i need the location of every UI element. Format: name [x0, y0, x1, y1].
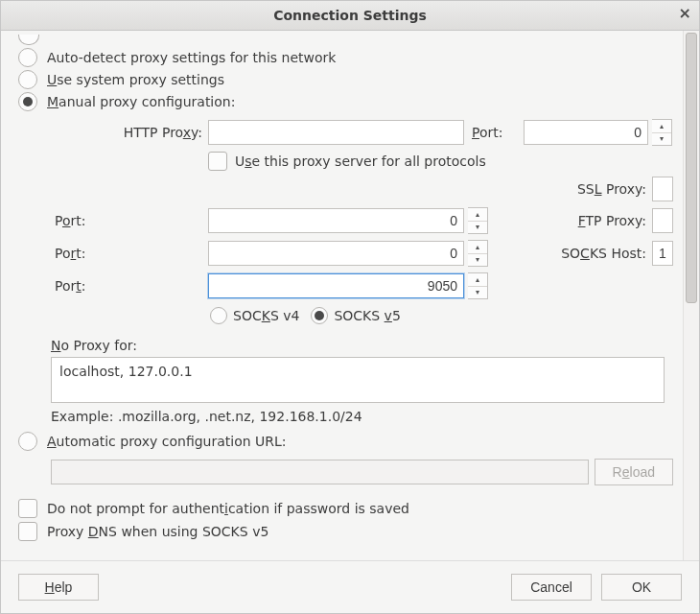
radio-auto-config-url[interactable]: Automatic proxy configuration URL: — [18, 432, 673, 451]
spin-up-icon[interactable]: ▴ — [468, 208, 487, 222]
checkbox-icon — [18, 499, 37, 518]
auto-url-row: Reload — [51, 459, 673, 485]
check-proxy-dns[interactable]: Proxy DNS when using SOCKS v5 — [18, 522, 673, 541]
socks-port-input[interactable] — [208, 273, 464, 298]
ftp-proxy-label: FTP Proxy: — [524, 213, 648, 228]
ftp-proxy-input[interactable] — [652, 208, 673, 233]
auto-url-label: Automatic proxy configuration URL: — [47, 434, 287, 449]
no-prompt-label: Do not prompt for authentication if pass… — [47, 501, 409, 516]
socks-port-spinner[interactable]: ▴▾ — [468, 272, 488, 299]
ssl-proxy-label: SSL Proxy: — [524, 181, 648, 197]
http-port-label: Port: — [468, 125, 520, 140]
close-icon[interactable]: × — [679, 6, 691, 21]
ftp-port-input[interactable] — [208, 241, 464, 266]
socks-version-row: SOCKS v4 SOCKS v5 — [210, 307, 673, 324]
radio-auto-detect[interactable]: Auto-detect proxy settings for this netw… — [18, 48, 673, 67]
auto-url-input[interactable] — [51, 460, 589, 484]
no-proxy-for-label: No Proxy for: — [51, 338, 137, 353]
scrollbar-thumb[interactable] — [686, 33, 697, 303]
ssl-port-label: Port: — [51, 213, 204, 228]
http-port-spinner[interactable]: ▴▾ — [652, 119, 672, 146]
use-for-all-row[interactable]: Use this proxy server for all protocols — [208, 152, 673, 171]
spin-down-icon[interactable]: ▾ — [468, 254, 487, 267]
help-button[interactable]: Help — [18, 574, 99, 601]
radio-system-proxy[interactable]: Use system proxy settings — [18, 70, 673, 89]
spin-up-icon[interactable]: ▴ — [652, 120, 671, 133]
no-proxy-section: No Proxy for: localhost, 127.0.0.1 Examp… — [51, 338, 673, 424]
radio-socks-v5[interactable]: SOCKS v5 — [311, 307, 400, 324]
dialog-footer: Help Cancel OK — [1, 560, 699, 613]
radio-icon — [210, 307, 227, 324]
socks-port-label: Port: — [51, 278, 204, 294]
checkbox-icon — [208, 152, 227, 171]
spin-up-icon[interactable]: ▴ — [468, 241, 487, 254]
socks-host-input[interactable] — [652, 241, 673, 266]
spin-down-icon[interactable]: ▾ — [652, 133, 671, 146]
http-proxy-label: HTTP Proxy: — [51, 125, 204, 140]
radio-icon — [311, 307, 328, 324]
radio-icon — [18, 48, 37, 67]
cancel-button[interactable]: Cancel — [511, 574, 592, 601]
socks-v4-label: SOCKS v4 — [233, 308, 299, 323]
radio-icon — [18, 432, 37, 451]
use-for-all-label: Use this proxy server for all protocols — [235, 154, 486, 169]
socks-v5-label: SOCKS v5 — [334, 308, 400, 323]
radio-label: Use system proxy settings — [47, 72, 224, 87]
radio-icon — [18, 92, 37, 111]
socks-host-label: SOCKS Host: — [524, 246, 648, 261]
radio-label: Manual proxy configuration: — [47, 94, 235, 109]
radio-socks-v4[interactable]: SOCKS v4 — [210, 307, 299, 324]
ssl-port-input[interactable] — [208, 208, 464, 233]
radio-icon — [18, 70, 37, 89]
http-port-input[interactable] — [524, 120, 648, 145]
connection-settings-dialog: Connection Settings × Auto-detect proxy … — [0, 0, 700, 614]
extra-checks: Do not prompt for authentication if pass… — [18, 499, 673, 541]
ssl-proxy-input[interactable] — [652, 177, 673, 201]
http-proxy-input[interactable] — [208, 120, 464, 145]
proxy-grid: HTTP Proxy: Port: ▴▾ Use this proxy serv… — [51, 119, 673, 299]
no-proxy-example: Example: .mozilla.org, .net.nz, 192.168.… — [51, 409, 673, 424]
radio-label: Auto-detect proxy settings for this netw… — [47, 50, 336, 65]
titlebar: Connection Settings × — [1, 1, 699, 31]
proxy-dns-label: Proxy DNS when using SOCKS v5 — [47, 524, 268, 539]
ssl-port-spinner[interactable]: ▴▾ — [468, 207, 488, 234]
spin-down-icon[interactable]: ▾ — [468, 287, 487, 299]
dialog-body: Auto-detect proxy settings for this netw… — [1, 31, 699, 560]
ok-button[interactable]: OK — [601, 574, 682, 601]
ftp-port-spinner[interactable]: ▴▾ — [468, 240, 488, 267]
vertical-scrollbar[interactable] — [683, 31, 699, 560]
radio-manual-proxy[interactable]: Manual proxy configuration: — [18, 92, 673, 111]
ftp-port-label: Port: — [51, 246, 204, 261]
dialog-title: Connection Settings — [1, 8, 699, 23]
no-proxy-input[interactable]: localhost, 127.0.0.1 — [51, 357, 665, 403]
scroll-area: Auto-detect proxy settings for this netw… — [1, 31, 683, 560]
spin-up-icon[interactable]: ▴ — [468, 273, 487, 287]
reload-button[interactable]: Reload — [595, 459, 673, 485]
spin-down-icon[interactable]: ▾ — [468, 222, 487, 234]
check-no-prompt-auth[interactable]: Do not prompt for authentication if pass… — [18, 499, 673, 518]
radio-icon — [18, 35, 39, 45]
checkbox-icon — [18, 522, 37, 541]
radio-no-proxy-clipped[interactable] — [18, 35, 673, 45]
